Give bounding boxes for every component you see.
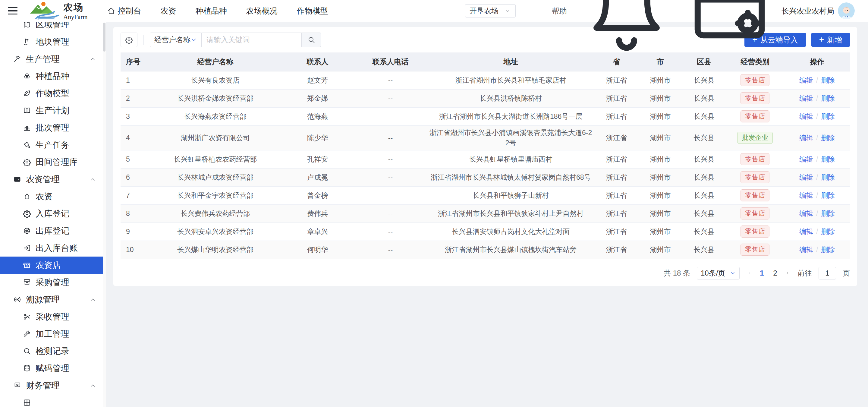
nav-item-4[interactable]: 农场概况 [246, 6, 278, 16]
sidebar-item-检测记录[interactable]: 检测记录 [0, 343, 106, 360]
sidebar-item-加工管理[interactable]: 加工管理 [0, 325, 106, 343]
cell-district: 长兴县 [682, 107, 726, 125]
cell-city: 湖州市 [638, 125, 682, 150]
nav-item-5[interactable]: 作物模型 [297, 6, 328, 16]
action-divider: / [816, 246, 818, 254]
gear-icon [23, 158, 31, 166]
cell-index: 4 [121, 125, 150, 150]
cell-city: 湖州市 [638, 150, 682, 168]
toolbar-divider [144, 35, 144, 45]
sidebar-item-partial[interactable] [0, 394, 106, 407]
cell-index: 5 [121, 150, 150, 168]
table-row: 8长兴费伟兵农药经营部费伟兵--浙江省湖州市长兴县和平镇狄家斗村上尹自然村浙江省… [121, 205, 850, 222]
sidebar-item-地块管理[interactable]: 地块管理 [0, 33, 106, 50]
nav-item-3[interactable]: 种植品种 [195, 6, 227, 16]
search-button[interactable] [302, 33, 321, 47]
filter-field-select[interactable]: 经营户名称 [150, 33, 202, 47]
nav-item-label: 农资 [161, 6, 176, 16]
sidebar-item-田间管理库[interactable]: 田间管理库 [0, 153, 106, 170]
delete-link[interactable]: 删除 [821, 228, 835, 236]
nav-item-1[interactable]: 控制台 [107, 6, 141, 16]
cell-city: 湖州市 [638, 205, 682, 222]
sidebar-item-采收管理[interactable]: 采收管理 [0, 308, 106, 325]
edit-link[interactable]: 编辑 [799, 246, 813, 254]
delete-link[interactable]: 删除 [821, 191, 835, 199]
cell-index: 8 [121, 205, 150, 222]
column-header: 联系人电话 [354, 53, 427, 71]
edit-link[interactable]: 编辑 [799, 113, 813, 120]
farm-select[interactable]: 开垦农场 [465, 4, 516, 18]
sidebar-item-出入库台账[interactable]: 出入库台账 [0, 239, 106, 256]
sidebar-item-入库登记[interactable]: 入库登记 [0, 205, 106, 222]
sidebar-item-生产计划[interactable]: 生产计划 [0, 102, 106, 119]
edit-link[interactable]: 编辑 [799, 76, 813, 84]
sidebar-item-生产任务[interactable]: 生产任务 [0, 136, 106, 153]
notification-bell[interactable]: 0 [581, 0, 672, 56]
sidebar-item-label: 赋码管理 [36, 363, 69, 374]
prev-page-button[interactable] [746, 270, 753, 277]
edit-link[interactable]: 编辑 [799, 155, 813, 163]
sidebar-item-财务管理[interactable]: 财务管理 [0, 377, 106, 394]
edit-link[interactable]: 编辑 [799, 134, 813, 142]
sidebar-scrollbar-thumb[interactable] [103, 23, 105, 52]
nav-item-2[interactable]: 农资 [161, 6, 176, 16]
cell-contact: 章卓兴 [281, 222, 354, 241]
delete-link[interactable]: 删除 [821, 174, 835, 181]
cell-contact: 郑金娣 [281, 89, 354, 107]
sidebar-item-采购管理[interactable]: 采购管理 [0, 274, 106, 291]
cell-actions: 编辑/删除 [784, 71, 850, 89]
delete-link[interactable]: 删除 [821, 113, 835, 120]
sidebar-item-农资管理[interactable]: 农资管理 [0, 170, 106, 188]
database-icon [23, 364, 31, 372]
sidebar-item-农资店[interactable]: 农资店 [0, 256, 106, 274]
search-input[interactable] [202, 33, 302, 47]
sidebar-item-农资[interactable]: 农资 [0, 188, 106, 205]
sidebar-item-作物模型[interactable]: 作物模型 [0, 85, 106, 102]
edit-link[interactable]: 编辑 [799, 228, 813, 236]
cell-contact: 赵文芳 [281, 71, 354, 89]
action-divider: / [816, 174, 818, 181]
page-number-2[interactable]: 2 [769, 269, 782, 277]
sidebar-item-溯源管理[interactable]: 溯源管理 [0, 291, 106, 308]
sidebar-item-生产管理[interactable]: 生产管理 [0, 50, 106, 67]
delete-link[interactable]: 删除 [821, 76, 835, 84]
sidebar-item-批次管理[interactable]: 批次管理 [0, 119, 106, 136]
cell-district: 长兴县 [682, 186, 726, 205]
delete-link[interactable]: 删除 [821, 155, 835, 163]
edit-link[interactable]: 编辑 [799, 210, 813, 217]
edit-link[interactable]: 编辑 [799, 174, 813, 181]
edit-link[interactable]: 编辑 [799, 191, 813, 199]
edit-link[interactable]: 编辑 [799, 94, 813, 102]
search-icon [23, 347, 31, 355]
map-icon [23, 22, 31, 29]
delete-link[interactable]: 删除 [821, 94, 835, 102]
cell-contact: 曾金榜 [281, 186, 354, 205]
page-size-select[interactable]: 10条/页 [697, 267, 740, 279]
goto-page-input[interactable] [818, 267, 836, 279]
sidebar-item-label: 财务管理 [26, 380, 60, 391]
sidebar-item-区域管理[interactable]: 区域管理 [0, 22, 106, 33]
action-divider: / [816, 113, 818, 120]
cell-province: 浙江省 [595, 150, 638, 168]
avatar[interactable] [838, 2, 855, 19]
category-badge: 零售店 [741, 225, 770, 238]
workbench-settings-button[interactable] [684, 0, 775, 56]
cell-index: 7 [121, 186, 150, 205]
sidebar-item-赋码管理[interactable]: 赋码管理 [0, 360, 106, 377]
menu-toggle-icon[interactable] [8, 5, 20, 17]
column-settings-button[interactable] [121, 33, 137, 47]
cell-province: 浙江省 [595, 168, 638, 186]
sidebar-item-出库登记[interactable]: 出库登记 [0, 222, 106, 239]
sidebar-item-种植品种[interactable]: 种植品种 [0, 67, 106, 85]
cell-province: 浙江省 [595, 186, 638, 205]
cell-address: 浙江省湖州市长兴县小浦镇画溪银杏景苑浦长大道6-22号 [427, 125, 595, 150]
delete-link[interactable]: 删除 [821, 134, 835, 142]
next-page-button[interactable] [784, 270, 791, 277]
page-number-1[interactable]: 1 [755, 269, 769, 277]
delete-link[interactable]: 删除 [821, 246, 835, 254]
delete-link[interactable]: 删除 [821, 210, 835, 217]
user-name[interactable]: 长兴农业农村局 [781, 6, 834, 16]
table-row: 4湖州浙广农资有限公司陈少华--浙江省湖州市长兴县小浦镇画溪银杏景苑浦长大道6-… [121, 125, 850, 150]
help-link[interactable]: 帮助 [552, 6, 567, 16]
cell-actions: 编辑/删除 [784, 186, 850, 205]
